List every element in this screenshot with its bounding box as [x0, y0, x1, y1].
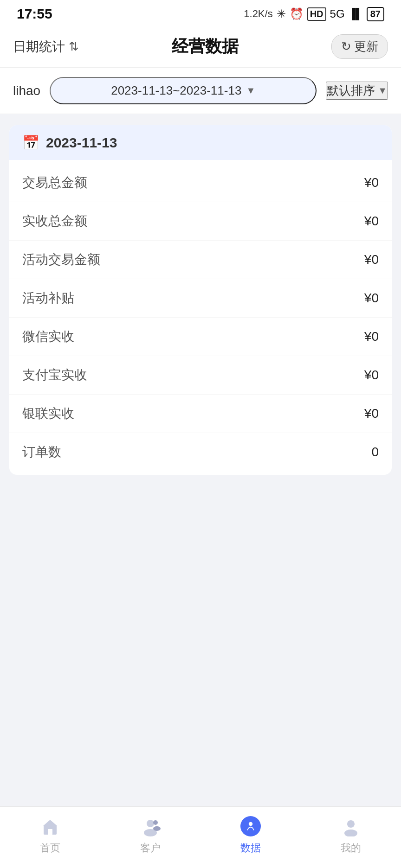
page-title: 经营数据 [172, 35, 239, 58]
data-row: 订单数0 [9, 433, 392, 471]
date-card-header: 📅 2023-11-13 [9, 125, 392, 160]
data-icon [239, 814, 263, 838]
sort-arrows-icon: ⇅ [69, 39, 79, 54]
signal-icon: 5G [330, 7, 345, 20]
calendar-icon: 📅 [22, 134, 39, 151]
status-bar: 17:55 1.2K/s ✳ ⏰ HD 5G ▐▌ 87 [0, 0, 401, 26]
top-nav: 日期统计 ⇅ 经营数据 ↻ 更新 [0, 26, 401, 68]
svg-point-7 [240, 816, 261, 836]
date-range-text: 2023-11-13~2023-11-13 [111, 83, 241, 98]
data-row: 支付宝实收¥0 [9, 356, 392, 395]
tab-bar: 首页 客户 数据 [0, 806, 401, 868]
refresh-button[interactable]: ↻ 更新 [331, 34, 388, 59]
svg-point-8 [249, 822, 252, 826]
sort-chevron-icon: ▼ [378, 85, 387, 96]
svg-marker-1 [43, 820, 58, 826]
data-rows: 交易总金额¥0实收总金额¥0活动交易金额¥0活动补贴¥0微信实收¥0支付宝实收¥… [9, 160, 392, 475]
refresh-icon: ↻ [341, 39, 351, 54]
data-row-label: 交易总金额 [22, 174, 87, 191]
svg-point-5 [153, 820, 158, 825]
date-stats-label: 日期统计 [13, 38, 65, 56]
status-icons: 1.2K/s ✳ ⏰ HD 5G ▐▌ 87 [244, 7, 384, 21]
alarm-icon: ⏰ [290, 7, 304, 20]
data-row: 实收总金额¥0 [9, 202, 392, 241]
tab-data-label: 数据 [240, 841, 261, 855]
data-row: 交易总金额¥0 [9, 164, 392, 202]
data-row-label: 订单数 [22, 443, 61, 461]
data-row-label: 活动补贴 [22, 289, 74, 307]
hd-icon: HD [307, 7, 326, 21]
tab-customer-label: 客户 [140, 841, 161, 855]
customer-icon [138, 814, 162, 838]
data-row-value: ¥0 [364, 406, 379, 421]
date-card: 📅 2023-11-13 交易总金额¥0实收总金额¥0活动交易金额¥0活动补贴¥… [9, 125, 392, 475]
data-row-label: 微信实收 [22, 328, 74, 345]
bluetooth-icon: ✳ [277, 7, 286, 20]
data-row-value: ¥0 [364, 368, 379, 383]
data-row-value: ¥0 [364, 175, 379, 190]
tab-mine[interactable]: 我的 [328, 814, 374, 855]
sort-label: 默认排序 [327, 83, 375, 99]
data-row-label: 活动交易金额 [22, 251, 100, 268]
svg-point-3 [147, 820, 154, 827]
date-range-button[interactable]: 2023-11-13~2023-11-13 ▼ [50, 77, 317, 104]
data-row: 银联实收¥0 [9, 395, 392, 433]
svg-point-9 [347, 820, 355, 828]
tab-customer[interactable]: 客户 [127, 814, 174, 855]
data-row-label: 支付宝实收 [22, 366, 87, 384]
nav-left[interactable]: 日期统计 ⇅ [13, 38, 79, 56]
svg-point-10 [344, 830, 357, 836]
data-row: 微信实收¥0 [9, 318, 392, 356]
network-bars-icon: ▐▌ [349, 8, 363, 20]
date-header-text: 2023-11-13 [46, 135, 117, 151]
svg-rect-2 [48, 829, 52, 835]
data-row-label: 实收总金额 [22, 212, 87, 230]
network-speed: 1.2K/s [244, 8, 272, 20]
tab-data[interactable]: 数据 [227, 814, 274, 855]
tab-home[interactable]: 首页 [27, 814, 73, 855]
battery-indicator: 87 [367, 7, 384, 21]
data-row-value: ¥0 [364, 214, 379, 229]
main-content: 📅 2023-11-13 交易总金额¥0实收总金额¥0活动交易金额¥0活动补贴¥… [0, 114, 401, 806]
store-name: lihao [13, 83, 40, 98]
data-row: 活动补贴¥0 [9, 279, 392, 318]
data-row-value: ¥0 [364, 291, 379, 306]
refresh-label: 更新 [354, 38, 378, 55]
data-row-label: 银联实收 [22, 405, 74, 422]
home-icon [38, 814, 62, 838]
data-row-value: ¥0 [364, 329, 379, 344]
filter-row: lihao 2023-11-13~2023-11-13 ▼ 默认排序 ▼ [0, 68, 401, 114]
data-row-value: ¥0 [364, 252, 379, 267]
chevron-down-icon: ▼ [246, 85, 255, 96]
tab-home-label: 首页 [40, 841, 60, 855]
data-row-value: 0 [371, 445, 379, 460]
svg-point-6 [153, 826, 161, 831]
status-time: 17:55 [17, 6, 52, 22]
sort-button[interactable]: 默认排序 ▼ [326, 82, 388, 100]
data-row: 活动交易金额¥0 [9, 241, 392, 279]
tab-mine-label: 我的 [341, 841, 361, 855]
mine-icon [339, 814, 363, 838]
